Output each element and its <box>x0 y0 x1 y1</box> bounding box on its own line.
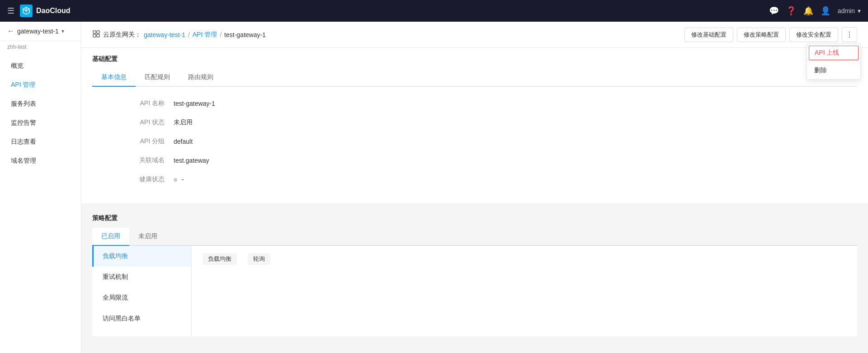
strategy-item-global-limit[interactable]: 全局限流 <box>92 287 191 308</box>
info-row-api-group: API 分组 default <box>128 132 821 151</box>
logo-icon <box>20 5 33 17</box>
breadcrumb-api-management-link[interactable]: API 管理 <box>193 31 217 39</box>
strategy-right-panel: 负载均衡 轮询 <box>192 246 857 336</box>
app-logo: DaoCloud <box>20 5 71 17</box>
tab-match-rules[interactable]: 匹配规则 <box>136 69 179 87</box>
sidebar-item-log-viewer[interactable]: 日志查看 <box>0 132 81 151</box>
svg-rect-1 <box>97 31 99 33</box>
breadcrumb-sep1: / <box>188 31 190 38</box>
info-row-api-name: API 名称 test-gateway-1 <box>128 94 821 113</box>
basic-info-table: API 名称 test-gateway-1 API 状态 未启用 API 分组 … <box>92 87 857 196</box>
info-row-health: 健康状态 - <box>128 170 821 189</box>
api-name-value: test-gateway-1 <box>174 100 215 107</box>
user-menu[interactable]: admin ▾ <box>838 7 861 14</box>
tab-strategy-disabled[interactable]: 未启用 <box>129 228 166 246</box>
sidebar-item-monitor-alert[interactable]: 监控告警 <box>0 113 81 132</box>
strategy-item-retry[interactable]: 重试机制 <box>92 267 191 287</box>
tab-strategy-enabled[interactable]: 已启用 <box>92 228 129 246</box>
basic-config-title: 基础配置 <box>92 55 857 63</box>
breadcrumb-sep2: / <box>220 31 222 38</box>
strategy-tabs: 已启用 未启用 <box>92 228 857 246</box>
dropdown-menu: API 上线 删除 <box>807 43 861 80</box>
modify-basic-config-button[interactable]: 修改基础配置 <box>684 28 733 42</box>
chevron-down-icon[interactable]: ▾ <box>61 28 64 34</box>
health-value: - <box>174 176 184 183</box>
api-status-label: API 状态 <box>128 118 165 127</box>
info-row-api-status: API 状态 未启用 <box>128 113 821 132</box>
navbar-right: 💬 ❓ 🔔 👤 admin ▾ <box>769 6 861 16</box>
breadcrumb-cloud-gateway: 云原生网关： <box>103 31 141 39</box>
delete-button[interactable]: 删除 <box>807 62 860 79</box>
main-content: 云原生网关： gateway-test-1 / API 管理 / test-ga… <box>81 22 868 353</box>
basic-config-section: 基础配置 基本信息 匹配规则 路由规则 API 名称 test-gateway-… <box>81 48 868 203</box>
sidebar-nav: 概览 API 管理 服务列表 监控告警 日志查看 域名管理 <box>0 53 81 170</box>
strategy-tag-load-balance: 负载均衡 <box>203 253 237 265</box>
strategy-content: 负载均衡 重试机制 全局限流 访问黑白名单 负载均衡 轮询 <box>92 246 857 336</box>
breadcrumb-current: test-gateway-1 <box>224 31 266 38</box>
api-group-value: default <box>174 138 193 145</box>
domain-label: 关联域名 <box>128 156 165 165</box>
strategy-config-title: 策略配置 <box>92 214 857 222</box>
back-arrow-icon[interactable]: ← <box>7 27 14 35</box>
modify-strategy-config-button[interactable]: 修改策略配置 <box>737 28 786 42</box>
logo-text: DaoCloud <box>36 7 71 15</box>
tab-route-rules[interactable]: 路由规则 <box>179 69 222 87</box>
sidebar-item-service-list[interactable]: 服务列表 <box>0 94 81 113</box>
navbar: ☰ DaoCloud 💬 ❓ 🔔 👤 admin ▾ <box>0 0 868 22</box>
health-dot-icon <box>174 178 177 182</box>
strategy-item-access-list[interactable]: 访问黑白名单 <box>92 308 191 329</box>
strategy-tag-round-robin: 轮询 <box>248 253 270 265</box>
sidebar-sub-label: zhh-test <box>0 41 81 53</box>
sidebar-header: ← gateway-test-1 ▾ <box>0 22 81 41</box>
page-header: 云原生网关： gateway-test-1 / API 管理 / test-ga… <box>81 22 868 48</box>
basic-config-tabs: 基本信息 匹配规则 路由规则 <box>92 69 857 87</box>
sidebar-item-domain-management[interactable]: 域名管理 <box>0 151 81 170</box>
header-actions: 修改基础配置 修改策略配置 修改安全配置 ⋮ <box>684 27 857 42</box>
domain-value: test.gateway <box>174 157 209 164</box>
health-label: 健康状态 <box>128 175 165 184</box>
help-icon[interactable]: ❓ <box>786 6 796 16</box>
modify-security-config-button[interactable]: 修改安全配置 <box>789 28 838 42</box>
svg-rect-0 <box>93 31 96 33</box>
sidebar-item-api-management[interactable]: API 管理 <box>0 75 81 94</box>
sidebar: ← gateway-test-1 ▾ zhh-test 概览 API 管理 服务… <box>0 22 81 353</box>
svg-rect-2 <box>93 34 96 37</box>
user-dropdown-icon: ▾ <box>858 7 861 14</box>
strategy-config-section: 策略配置 已启用 未启用 负载均衡 重试机制 全局限流 访问黑白名单 负载均衡 … <box>81 207 868 344</box>
breadcrumb: 云原生网关： gateway-test-1 / API 管理 / test-ga… <box>92 30 266 39</box>
api-online-button[interactable]: API 上线 <box>809 46 859 60</box>
bell-icon[interactable]: 🔔 <box>803 6 813 16</box>
api-name-label: API 名称 <box>128 99 165 108</box>
sidebar-item-overview[interactable]: 概览 <box>0 56 81 75</box>
health-text: - <box>182 176 184 183</box>
strategy-left-panel: 负载均衡 重试机制 全局限流 访问黑白名单 <box>92 246 192 336</box>
layout: ← gateway-test-1 ▾ zhh-test 概览 API 管理 服务… <box>0 22 868 353</box>
info-row-domain: 关联域名 test.gateway <box>128 151 821 170</box>
api-group-label: API 分组 <box>128 137 165 146</box>
more-actions-button[interactable]: ⋮ <box>842 27 857 42</box>
user-icon: 👤 <box>821 6 830 16</box>
api-status-value: 未启用 <box>174 118 193 127</box>
hamburger-menu[interactable]: ☰ <box>7 6 14 16</box>
tab-basic-info[interactable]: 基本信息 <box>92 69 136 87</box>
gateway-icon <box>92 30 100 39</box>
sidebar-gateway-name: gateway-test-1 <box>17 28 59 35</box>
strategy-item-load-balance[interactable]: 负载均衡 <box>92 246 191 267</box>
breadcrumb-gateway-link[interactable]: gateway-test-1 <box>144 31 185 38</box>
user-name: admin <box>838 7 855 14</box>
svg-rect-3 <box>97 34 99 37</box>
message-icon[interactable]: 💬 <box>769 6 779 16</box>
